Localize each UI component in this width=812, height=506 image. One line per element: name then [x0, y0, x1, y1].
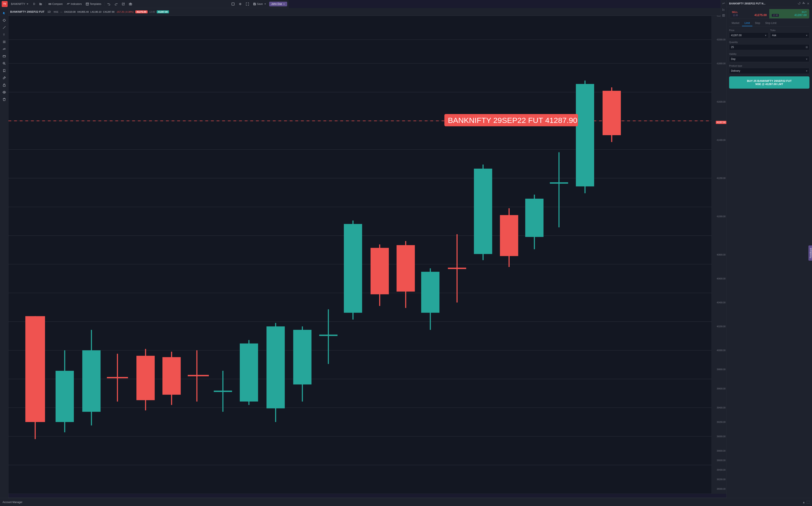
- dash-separator: —: [60, 11, 63, 13]
- timeframe-label: D: [33, 3, 35, 5]
- save-label: Save: [257, 3, 263, 5]
- camera-button[interactable]: [127, 2, 134, 6]
- draw-tool[interactable]: [1, 24, 8, 31]
- svg-point-8: [130, 4, 131, 5]
- separator1: [45, 2, 45, 6]
- brush-tool[interactable]: [1, 75, 8, 81]
- indicators-icon: [67, 3, 70, 5]
- bookmark-tool[interactable]: [1, 67, 8, 74]
- watchlist-button[interactable]: [230, 2, 236, 6]
- svg-rect-9: [232, 3, 234, 5]
- lock-icon: [3, 83, 6, 87]
- eye-tool[interactable]: [1, 89, 8, 96]
- compare-label: Compare: [52, 3, 63, 5]
- compare-icon: [48, 3, 52, 5]
- user-chevron-icon: [283, 3, 285, 5]
- ohlc-high: H41855.40: [77, 11, 89, 13]
- pattern-icon: [3, 48, 6, 51]
- undo-button[interactable]: [106, 2, 112, 6]
- price-tag-sell: 41275.00: [135, 10, 147, 13]
- save-chevron-icon: [264, 3, 267, 5]
- indicators-button[interactable]: Indicators: [65, 2, 83, 6]
- svg-point-33: [4, 92, 5, 93]
- svg-rect-4: [86, 3, 89, 5]
- external-link-button[interactable]: [120, 2, 126, 6]
- ohlc-low: L41190.10: [91, 11, 102, 13]
- chart-symbol: BANKNIFTY 29SEP22 FUT: [10, 10, 44, 13]
- fullscreen-icon: [246, 3, 249, 5]
- chart-header: BANKNIFTY 29SEP22 FUT 1D NSE — O41519.00…: [8, 8, 289, 16]
- external-link-icon: [122, 3, 125, 5]
- pattern-tool[interactable]: [1, 46, 8, 53]
- zoom-tool[interactable]: [1, 60, 8, 67]
- compare-button[interactable]: Compare: [47, 2, 64, 6]
- svg-rect-0: [39, 3, 40, 5]
- zoom-icon: [3, 62, 6, 65]
- svg-point-13: [3, 19, 5, 21]
- interval-button[interactable]: [38, 2, 44, 6]
- chart-area: BANKNIFTY 29SEP22 FUT 41287.90 42200.00 …: [8, 16, 289, 190]
- cursor-tool[interactable]: [1, 10, 8, 16]
- save-icon: [253, 3, 256, 5]
- svg-point-10: [240, 4, 241, 4]
- fibonacci-icon: [3, 40, 6, 44]
- text-tool[interactable]: T: [1, 31, 8, 38]
- indicators-label: Indicators: [71, 3, 82, 5]
- svg-rect-32: [3, 85, 5, 87]
- qty-label: 12.00: [149, 11, 155, 13]
- measure-icon: [3, 55, 6, 58]
- undo-icon: [107, 3, 110, 5]
- watchlist-icon: [231, 3, 234, 5]
- left-sidebar: T: [0, 8, 8, 190]
- user-label: John Doe: [271, 3, 282, 5]
- symbol-button[interactable]: BANKNIFTY: [9, 2, 31, 6]
- crosshair-icon: [3, 19, 6, 22]
- ohlc-open: O41519.00: [64, 11, 76, 13]
- save-button[interactable]: Save: [251, 2, 268, 6]
- bookmark-icon: [3, 69, 6, 72]
- templates-label: Templates: [90, 3, 101, 5]
- svg-rect-1: [41, 4, 42, 5]
- svg-line-28: [4, 64, 5, 65]
- svg-rect-12: [254, 3, 255, 4]
- fibonacci-tool[interactable]: [1, 38, 8, 45]
- eye-icon: [3, 91, 6, 94]
- redo-icon: [115, 3, 118, 5]
- measure-tool[interactable]: [1, 53, 8, 60]
- settings-icon: [239, 3, 242, 5]
- ohlc-close: C41287.90: [103, 11, 115, 13]
- ohlc-info: O41519.00 H41855.40 L41190.10 C41287.90 …: [64, 11, 134, 13]
- templates-button[interactable]: Templates: [84, 2, 103, 6]
- redo-button[interactable]: [113, 2, 119, 6]
- trash-icon: [3, 98, 6, 101]
- svg-text:T: T: [3, 33, 5, 36]
- settings-button[interactable]: [237, 2, 243, 6]
- cursor-icon: [3, 11, 6, 15]
- text-icon: T: [3, 33, 6, 36]
- line-icon: [3, 26, 6, 29]
- brush-icon: [3, 76, 6, 80]
- chart-timeframe[interactable]: 1D: [46, 10, 52, 14]
- camera-icon: [129, 3, 132, 5]
- ohlc-change: -157.25 (-0.38%): [116, 11, 134, 13]
- lock-tool[interactable]: [1, 82, 8, 88]
- user-button[interactable]: John Doe: [269, 2, 287, 6]
- svg-point-2: [48, 3, 50, 5]
- svg-rect-11: [254, 4, 255, 5]
- svg-line-18: [3, 26, 5, 29]
- crosshair-tool[interactable]: [1, 17, 8, 24]
- interval-icon: [39, 3, 42, 5]
- trash-tool[interactable]: [1, 96, 8, 103]
- svg-line-31: [4, 77, 5, 78]
- symbol-label: BANKNIFTY: [11, 3, 25, 5]
- chart-exchange: NSE: [54, 11, 59, 13]
- top-toolbar: TV BANKNIFTY D Compare Indicators Templa…: [0, 0, 289, 8]
- candlestick-chart: BANKNIFTY 29SEP22 FUT 41287.90: [8, 16, 289, 190]
- fullscreen-button[interactable]: [244, 2, 250, 6]
- price-tag-buy: 41287.00: [157, 10, 169, 13]
- svg-point-3: [50, 3, 51, 5]
- timeframe-button[interactable]: D: [31, 2, 37, 6]
- app-logo: TV: [2, 1, 8, 7]
- templates-icon: [86, 3, 89, 5]
- chevron-down-icon: [26, 3, 29, 5]
